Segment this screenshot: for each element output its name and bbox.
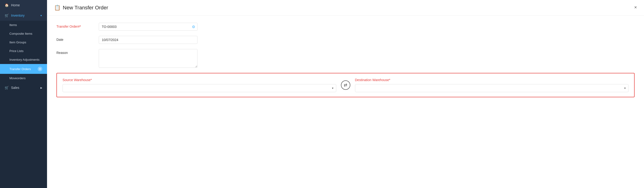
sidebar-item-price-lists-label: Price Lists <box>10 49 24 53</box>
sidebar-item-transfer-orders-label: Transfer Orders <box>10 67 31 71</box>
page-title: 📋 New Transfer Order <box>54 5 108 11</box>
sidebar-item-transfer-orders[interactable]: Transfer Orders + <box>0 64 47 74</box>
sidebar-item-inventory-adjustments[interactable]: Inventory Adjustments <box>0 55 47 64</box>
sidebar: 🏠 Home 🛒 Inventory ▼ Items Composite Ite… <box>0 0 47 188</box>
main-content: 📋 New Transfer Order × Transfer Order#* … <box>47 0 644 188</box>
reason-textarea[interactable] <box>99 49 198 68</box>
inventory-icon: 🛒 <box>5 14 9 17</box>
transfer-order-icon: 📋 <box>54 5 60 11</box>
transfer-order-row: Transfer Order#* ⚙ <box>56 23 634 31</box>
source-warehouse-label: Source Warehouse* <box>62 78 336 82</box>
source-warehouse-select-wrap <box>62 84 336 92</box>
chevron-right-icon: ▶ <box>40 87 42 89</box>
sidebar-item-items[interactable]: Items <box>0 21 47 29</box>
add-transfer-order-button[interactable]: + <box>38 67 42 71</box>
source-warehouse-select[interactable] <box>62 84 336 92</box>
sidebar-item-moveorders[interactable]: Moveorders <box>0 74 47 83</box>
swap-warehouses-button[interactable]: ⇄ <box>341 80 350 90</box>
sidebar-item-composite-items[interactable]: Composite Items <box>0 29 47 38</box>
sidebar-item-inv-adj-label: Inventory Adjustments <box>10 58 40 61</box>
date-input-wrap <box>99 36 198 44</box>
sidebar-item-item-groups[interactable]: Item Groups <box>0 38 47 47</box>
sidebar-section-label: Inventory <box>11 14 25 17</box>
sidebar-item-label: Home <box>11 3 20 7</box>
reason-row: Reason <box>56 49 634 68</box>
sidebar-item-composite-label: Composite Items <box>10 32 32 35</box>
source-warehouse-col: Source Warehouse* <box>62 78 336 92</box>
destination-warehouse-label: Destination Warehouse* <box>355 78 629 82</box>
page-header: 📋 New Transfer Order × <box>47 0 644 16</box>
transfer-order-input[interactable] <box>99 23 198 31</box>
date-input[interactable] <box>99 36 198 44</box>
sidebar-section-inventory[interactable]: 🛒 Inventory ▼ <box>0 10 47 21</box>
gear-icon[interactable]: ⚙ <box>192 25 195 29</box>
sidebar-item-moveorders-label: Moveorders <box>10 76 26 80</box>
destination-warehouse-select-wrap <box>355 84 629 92</box>
sales-icon: 🛒 <box>5 86 9 90</box>
transfer-order-input-wrap: ⚙ <box>99 23 198 31</box>
form-area: Transfer Order#* ⚙ Date Reason Source Wa… <box>47 16 644 188</box>
sidebar-item-price-lists[interactable]: Price Lists <box>0 47 47 55</box>
transfer-order-label: Transfer Order#* <box>56 23 94 28</box>
sidebar-item-home[interactable]: 🏠 Home <box>0 0 47 10</box>
destination-warehouse-col: Destination Warehouse* <box>355 78 629 92</box>
sidebar-item-sales-label: Sales <box>11 86 19 90</box>
sidebar-item-items-label: Items <box>10 23 17 27</box>
home-icon: 🏠 <box>5 3 9 7</box>
close-button[interactable]: × <box>634 5 637 10</box>
destination-warehouse-select[interactable] <box>355 84 629 92</box>
sidebar-item-groups-label: Item Groups <box>10 41 26 44</box>
reason-label: Reason <box>56 49 94 55</box>
date-label: Date <box>56 36 94 41</box>
sidebar-item-sales[interactable]: 🛒 Sales ▶ <box>0 83 47 93</box>
date-row: Date <box>56 36 634 44</box>
warehouse-section: Source Warehouse* ⇄ Destination Warehous… <box>56 73 634 97</box>
chevron-down-icon: ▼ <box>40 14 42 17</box>
